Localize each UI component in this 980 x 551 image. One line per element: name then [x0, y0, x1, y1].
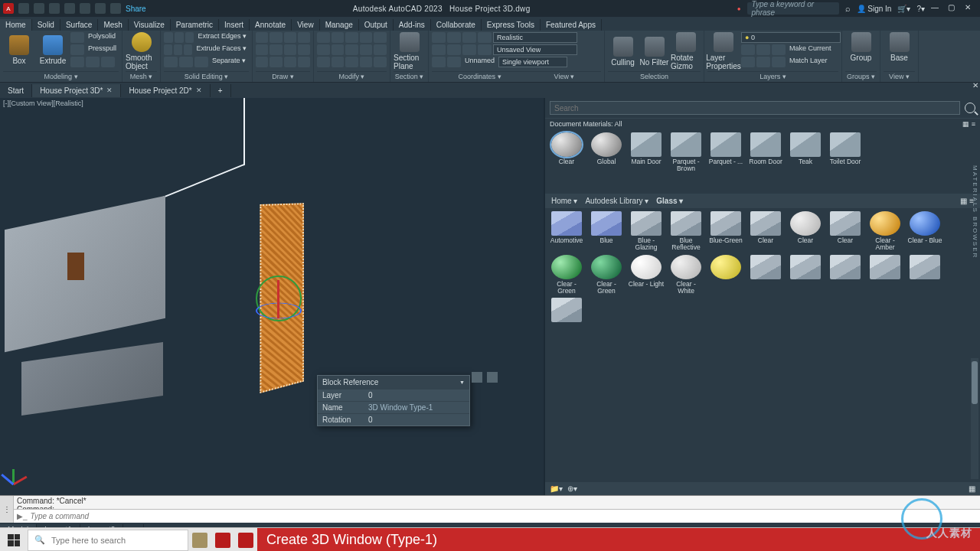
- maximize-icon[interactable]: ▢: [948, 3, 959, 14]
- taskbar-app1[interactable]: [188, 529, 211, 552]
- lib-library-dropdown[interactable]: Autodesk Library ▾: [585, 197, 648, 205]
- extrude-faces-button[interactable]: Extrude Faces ▾: [194, 44, 249, 55]
- rotate-gizmo-button[interactable]: Rotate Gizmo: [671, 32, 701, 70]
- viewport[interactable]: [-][Custom View][Realistic]: [0, 98, 544, 495]
- create-material-icon[interactable]: ⊕▾: [567, 484, 577, 493]
- start-tab[interactable]: Start: [0, 84, 32, 97]
- viewport-config-dropdown[interactable]: Single viewport: [498, 57, 567, 67]
- qat-saveas-icon[interactable]: [64, 3, 75, 14]
- material-item[interactable]: [707, 255, 744, 295]
- polysolid-button[interactable]: Polysolid: [86, 32, 118, 43]
- ribbon-tab-parametric[interactable]: Parametric: [171, 19, 219, 31]
- saved-view-dropdown[interactable]: Unsaved View: [493, 44, 577, 55]
- material-clear-green[interactable]: Clear - Green: [548, 255, 585, 295]
- make-current-button[interactable]: Make Current: [787, 44, 834, 55]
- ribbon-tab-surface[interactable]: Surface: [60, 19, 98, 31]
- command-input[interactable]: [31, 512, 977, 520]
- material-blue-glazing[interactable]: Blue - Glazing: [628, 211, 665, 252]
- match-layer-button[interactable]: Match Layer: [787, 57, 830, 67]
- command-handle-icon[interactable]: ⋮: [0, 496, 14, 523]
- no-filter-button[interactable]: No Filter: [639, 32, 669, 70]
- qp-name-value[interactable]: 3D Window Type-1: [368, 403, 465, 412]
- ribbon-tab-manage[interactable]: Manage: [320, 19, 359, 31]
- material-clear[interactable]: Clear: [548, 132, 585, 173]
- ribbon-tab-featured-apps[interactable]: Featured Apps: [541, 19, 602, 31]
- signin-button[interactable]: 👤 Sign In: [857, 5, 892, 13]
- presspull-button[interactable]: Presspull: [86, 44, 119, 55]
- material-clear[interactable]: Clear: [787, 211, 824, 252]
- material-item[interactable]: [787, 255, 824, 295]
- ribbon-tab-express-tools[interactable]: Express Tools: [482, 19, 541, 31]
- share-link[interactable]: Share: [126, 5, 146, 13]
- material-clear-blue[interactable]: Clear - Blue: [906, 211, 943, 252]
- ribbon-tab-insert[interactable]: Insert: [219, 19, 250, 31]
- close-icon[interactable]: ✕: [965, 3, 975, 14]
- qp-pin-icon[interactable]: [487, 372, 498, 383]
- start-button[interactable]: [0, 529, 28, 552]
- material-automotive[interactable]: Automotive: [548, 211, 585, 252]
- material-parquet-brown[interactable]: Parquet - Brown: [668, 132, 704, 173]
- doc-tab-2d[interactable]: House Project 2D*✕: [121, 84, 210, 97]
- material-room-door[interactable]: Room Door: [747, 132, 784, 173]
- layer-properties-button[interactable]: Layer Properties: [707, 32, 740, 70]
- lib-home-dropdown[interactable]: Home ▾: [551, 197, 577, 205]
- material-item[interactable]: [827, 255, 864, 295]
- smooth-object-button[interactable]: Smooth Object: [126, 32, 157, 70]
- open-library-icon[interactable]: 📁▾: [550, 484, 563, 493]
- ucs-icon[interactable]: [6, 461, 32, 487]
- ribbon-tab-mesh[interactable]: Mesh: [98, 19, 128, 31]
- extrude-button[interactable]: Extrude: [37, 32, 69, 67]
- qat-undo-icon[interactable]: [95, 3, 106, 14]
- quick-properties-panel[interactable]: Block Reference▼ Layer0 Name3D Window Ty…: [317, 375, 470, 426]
- ribbon-tab-add-ins[interactable]: Add-ins: [394, 19, 431, 31]
- material-item[interactable]: [906, 255, 943, 295]
- qp-options-icon[interactable]: [472, 372, 482, 383]
- materials-search[interactable]: [550, 101, 960, 115]
- material-clear-light[interactable]: Clear - Light: [628, 255, 665, 295]
- qat-plot-icon[interactable]: [80, 3, 90, 14]
- group-button[interactable]: Group: [845, 32, 877, 62]
- material-teak[interactable]: Teak: [787, 132, 824, 173]
- ribbon-tab-view[interactable]: View: [292, 19, 320, 31]
- polysolid-icon[interactable]: [70, 32, 84, 43]
- material-clear[interactable]: Clear: [747, 211, 784, 252]
- extract-edges-button[interactable]: Extract Edges ▾: [195, 32, 249, 43]
- lib-category-dropdown[interactable]: Glass ▾: [656, 197, 683, 205]
- view-grid-icon[interactable]: ▦: [962, 120, 969, 128]
- unnamed-ucs-button[interactable]: Unnamed: [462, 57, 497, 67]
- presspull-icon[interactable]: [70, 44, 84, 55]
- base-view-button[interactable]: Base: [884, 32, 915, 62]
- taskbar-acrobat[interactable]: [234, 529, 257, 552]
- material-global[interactable]: Global: [588, 132, 625, 173]
- qp-rotation-value[interactable]: 0: [368, 416, 465, 424]
- ribbon-tab-visualize[interactable]: Visualize: [129, 19, 171, 31]
- view-grid-icon[interactable]: ▦: [960, 197, 967, 205]
- material-blue[interactable]: Blue: [588, 211, 625, 252]
- ribbon-tab-collaborate[interactable]: Collaborate: [431, 19, 482, 31]
- box-button[interactable]: Box: [3, 32, 35, 67]
- material-item[interactable]: [867, 255, 903, 295]
- qat-save-icon[interactable]: [49, 3, 60, 14]
- view-list-icon[interactable]: ≡: [972, 120, 975, 128]
- command-line[interactable]: ⋮ Command: *Cancel* Command: ▶_: [0, 495, 980, 523]
- material-parquet-[interactable]: Parquet - ...: [707, 132, 744, 173]
- viewport-label[interactable]: [-][Custom View][Realistic]: [3, 99, 83, 107]
- taskbar-autocad[interactable]: [211, 529, 234, 552]
- search-icon[interactable]: ⌕: [845, 4, 851, 13]
- material-main-door[interactable]: Main Door: [628, 132, 665, 173]
- taskbar-search[interactable]: 🔍Type here to search: [28, 530, 188, 551]
- minimize-icon[interactable]: —: [931, 3, 942, 14]
- visual-style-dropdown[interactable]: Realistic: [493, 32, 577, 43]
- qp-dropdown-icon[interactable]: ▼: [459, 380, 465, 385]
- selected-window-block[interactable]: [254, 196, 315, 395]
- qp-layer-value[interactable]: 0: [368, 391, 465, 399]
- material-clear-amber[interactable]: Clear - Amber: [867, 211, 903, 252]
- ribbon-tab-solid[interactable]: Solid: [32, 19, 60, 31]
- panel-close-icon[interactable]: ✕: [972, 81, 978, 90]
- app-icon[interactable]: A: [3, 3, 14, 14]
- help-search[interactable]: Type a keyword or phrase: [747, 2, 839, 15]
- current-layer-dropdown[interactable]: ● 0: [741, 32, 841, 43]
- doc-tab-3d[interactable]: House Project 3D*✕: [32, 84, 121, 97]
- cart-icon[interactable]: 🛒▾: [897, 5, 910, 13]
- materials-settings-icon[interactable]: ▦: [969, 484, 975, 493]
